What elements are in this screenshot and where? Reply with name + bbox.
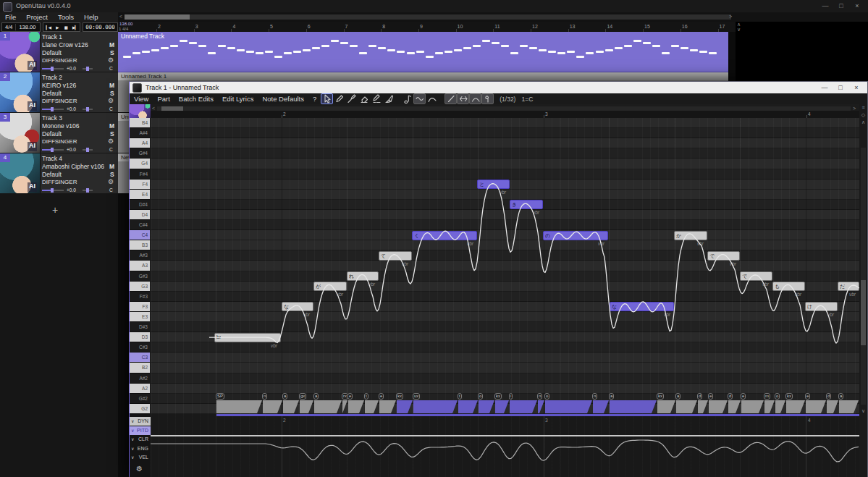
piano-key-G#3[interactable]: G#3 (130, 271, 150, 281)
chevron-down-icon[interactable]: ∨ (131, 417, 134, 426)
piano-key-C3[interactable]: C3 (130, 353, 150, 362)
piano-key-D#4[interactable]: D#4 (130, 200, 150, 209)
renderer-settings-icon[interactable]: ⚙ (108, 178, 114, 185)
chevron-down-icon[interactable]: ∨ (131, 426, 134, 435)
pitch-arc-button[interactable] (469, 93, 481, 104)
part-unnamed-track[interactable]: Unnamed Track (118, 32, 728, 72)
note[interactable]: が (313, 282, 347, 291)
renderer-settings-icon[interactable]: ⚙ (108, 56, 114, 64)
phonemizer-name[interactable]: Default (42, 130, 62, 138)
seek-start-button[interactable]: ▎◀ (46, 25, 51, 30)
renderer-settings-icon[interactable]: ⚙ (108, 138, 114, 145)
piano-roll-titlebar[interactable]: Track 1 - Unnamed Track — □ × (130, 82, 867, 93)
select-tool[interactable] (321, 93, 333, 104)
expression-eng[interactable]: ∨ENG (130, 444, 151, 453)
piano-key-B2[interactable]: B2 (130, 363, 150, 372)
vibrato-toggle-label[interactable]: vbr (271, 343, 277, 348)
piano-key-D3[interactable]: D3 (130, 332, 150, 342)
piano-key-A#4[interactable]: A#4 (130, 128, 150, 138)
vibrato-toggle-label[interactable]: vbr (795, 292, 801, 297)
note[interactable]: br (214, 333, 281, 342)
piano-key-C#4[interactable]: C#4 (130, 220, 150, 229)
piano-key-F3[interactable]: F3 (130, 302, 150, 311)
pr-menu-item-part[interactable]: Part (153, 95, 174, 103)
vibrato-toggle-label[interactable]: vbr (697, 241, 704, 246)
seek-end-button[interactable]: ▶▎ (72, 25, 77, 30)
singer-name[interactable]: KEIRO v126 (42, 82, 76, 89)
expression-hscroll-thumb[interactable] (216, 414, 859, 416)
chevron-down-icon[interactable]: ∨ (131, 435, 134, 444)
piano-key-A3[interactable]: A3 (130, 261, 150, 270)
scroll-up-icon[interactable]: ∧ (859, 119, 867, 125)
note-canvas[interactable]: SPnagxarxetekxuxtokxinonakxadedemokxeda … (151, 118, 859, 414)
phonemizer-name[interactable]: Default (42, 171, 62, 178)
main-titlebar[interactable]: OpenUtau v0.0.4.0 — □ × (0, 0, 868, 12)
expression-canvas[interactable]: 234 (151, 414, 859, 477)
singer-name[interactable]: Llane Crow v126 (42, 41, 88, 48)
expression-dyn[interactable]: ∨DYN (130, 417, 151, 426)
pitch-arrows-button[interactable] (457, 93, 469, 104)
maximize-button[interactable]: □ (833, 0, 849, 12)
piano-key-A4[interactable]: A4 (130, 138, 150, 148)
vibrato-toggle-label[interactable]: vbr (303, 312, 310, 317)
pitch-anchor-button[interactable] (481, 93, 494, 104)
mute-button[interactable]: M (109, 41, 114, 48)
close-button[interactable]: × (848, 82, 864, 94)
scroll-down-icon[interactable]: ∨ (859, 408, 867, 414)
ruler-tempo-label[interactable]: 138.00 (119, 22, 132, 26)
note[interactable]: だ (838, 282, 859, 291)
note[interactable]: で (707, 251, 740, 261)
note[interactable]: で (740, 271, 772, 281)
volume-fader-thumb[interactable] (51, 107, 54, 111)
vibrato-toggle-label[interactable]: vbr (402, 261, 408, 266)
detail-pencil-tool[interactable] (370, 93, 382, 104)
scroll-right-icon[interactable]: > (729, 14, 732, 19)
minimize-button[interactable]: — (817, 0, 833, 12)
expression-clr[interactable]: ∨CLR (130, 435, 151, 444)
piano-key-D4[interactable]: D4 (130, 210, 150, 219)
singer-name[interactable]: Amaboshi Cipher v106 (42, 163, 104, 170)
solo-button[interactable]: S (110, 130, 114, 138)
pencil-tool[interactable] (333, 93, 345, 104)
mute-button[interactable]: M (109, 163, 114, 170)
add-track-button[interactable]: + (48, 204, 62, 216)
pause-button[interactable]: ▮▮ (64, 25, 67, 30)
mute-button[interactable]: M (109, 122, 114, 130)
pan-fader-thumb[interactable] (86, 188, 89, 193)
piano-key-C4[interactable]: C4 (130, 230, 150, 240)
vibrato-toggle-label[interactable]: vbr (827, 312, 834, 317)
piano-key-G3[interactable]: G3 (130, 282, 150, 291)
piano-key-B4[interactable]: B4 (130, 118, 150, 127)
part-header[interactable]: Unnamed Track 1 (118, 72, 728, 80)
note[interactable]: く (412, 231, 477, 240)
singer-avatar[interactable] (130, 104, 151, 119)
play-button[interactable]: ▶ (56, 25, 59, 30)
vibrato-toggle-label[interactable]: vbr (337, 292, 343, 297)
note[interactable]: け (805, 302, 838, 311)
arrangement-ruler[interactable]: 138.00 1 4/4 234567891011121314151617 (118, 22, 736, 33)
vibrato-toggle-label[interactable]: vbr (368, 282, 375, 287)
expression-pitd[interactable]: ∨PITD (130, 426, 151, 435)
piano-roll-vscroll-thumb[interactable] (861, 280, 866, 345)
renderer-name[interactable]: DIFFSINGER (42, 57, 77, 64)
piano-key-A#2[interactable]: A#2 (130, 373, 150, 383)
pr-menu-item-note-defaults[interactable]: Note Defaults (258, 95, 308, 103)
menu-item-file[interactable]: File (0, 12, 21, 22)
note[interactable]: な (282, 302, 313, 311)
scroll-left-icon[interactable]: < (152, 106, 155, 111)
pr-menu-item-edit-lyrics[interactable]: Edit Lyrics (218, 95, 258, 103)
pr-menu-item-batch-edits[interactable]: Batch Edits (174, 95, 218, 103)
piano-key-C#3[interactable]: C#3 (130, 342, 150, 352)
piano-key-G2[interactable]: G2 (130, 404, 150, 413)
piano-key-E3[interactable]: E3 (130, 312, 150, 321)
piano-key-D#3[interactable]: D#3 (130, 322, 150, 332)
note[interactable]: れ (347, 271, 379, 281)
piano-key-A#3[interactable]: A#3 (130, 250, 150, 260)
eraser-tool[interactable] (358, 93, 370, 104)
expression-settings-icon[interactable]: ⚙ (136, 465, 143, 473)
volume-fader-thumb[interactable] (51, 67, 54, 71)
phonemizer-name[interactable]: Default (42, 49, 62, 56)
scroll-left-icon[interactable]: < (119, 14, 122, 19)
expression-vel[interactable]: ∨VEL (130, 453, 151, 462)
close-button[interactable]: × (849, 0, 865, 12)
